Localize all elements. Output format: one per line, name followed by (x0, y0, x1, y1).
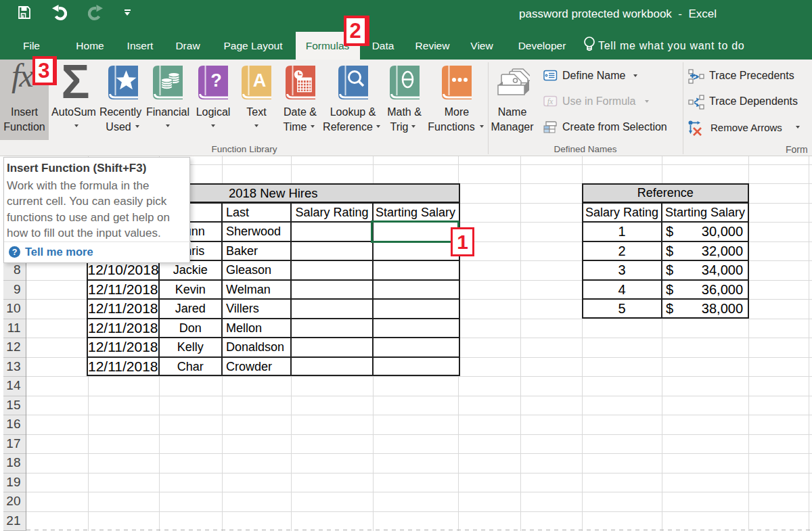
svg-text:fx: fx (547, 97, 554, 106)
svg-text:?: ? (12, 248, 18, 257)
svg-text:A: A (253, 70, 267, 91)
svg-text:?: ? (210, 70, 222, 91)
